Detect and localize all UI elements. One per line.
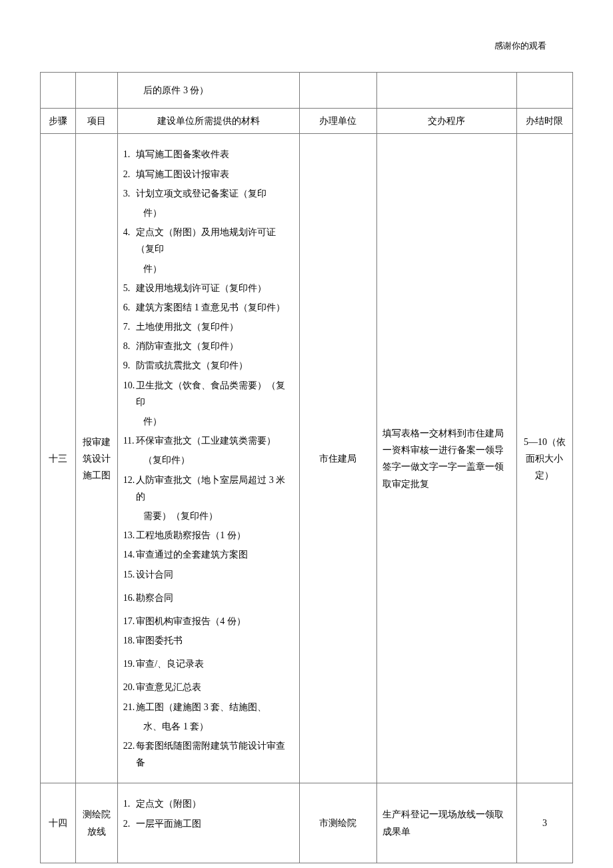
materials-text: 件） xyxy=(143,205,294,221)
cell-procedure xyxy=(376,73,516,109)
col-header-step: 步骤 xyxy=(41,109,76,134)
materials-text: 施工图（建施图 3 套、结施图、 xyxy=(136,699,294,715)
cell-project: 报审建筑设计施工图 xyxy=(75,134,117,783)
materials-text: 计划立项文或登记备案证（复印 xyxy=(136,185,294,202)
materials-text: 建设用地规划许可证（复印件） xyxy=(136,280,294,296)
materials-text: 件） xyxy=(143,260,294,277)
materials-text: 填写施工图备案收件表 xyxy=(136,146,294,163)
cell-project xyxy=(75,73,117,109)
materials-num: 11. xyxy=(123,432,137,449)
cell-procedure: 生产科登记一现场放线一领取成果单 xyxy=(376,783,516,863)
materials-num: 22. xyxy=(123,737,137,771)
cell-agency xyxy=(299,73,376,109)
materials-text: 后的原件 3 份） xyxy=(143,82,294,99)
materials-num: 13. xyxy=(123,527,137,544)
cell-deadline: 5—10（依面积大小定） xyxy=(516,134,572,783)
materials-num: 10. xyxy=(123,377,137,410)
cell-agency: 市住建局 xyxy=(299,134,376,783)
cell-step xyxy=(41,73,76,109)
cell-step: 十三 xyxy=(41,134,76,783)
materials-num: 9. xyxy=(123,357,137,374)
col-header-materials: 建设单位所需提供的材料 xyxy=(117,109,299,134)
materials-num: 2. xyxy=(123,815,137,832)
col-header-agency: 办理单位 xyxy=(299,109,376,134)
materials-num: 19. xyxy=(123,655,137,672)
materials-num: 3. xyxy=(123,185,137,202)
materials-text: 每套图纸随图需附建筑节能设计审查备 xyxy=(136,737,294,771)
materials-text: 审图委托书 xyxy=(136,632,294,649)
materials-num: 8. xyxy=(123,338,137,354)
materials-text: 审查意见汇总表 xyxy=(136,679,294,695)
materials-num: 5. xyxy=(123,280,137,296)
materials-text: 工程地质勘察报告（1 份） xyxy=(136,527,294,544)
materials-num: 16. xyxy=(123,590,137,606)
materials-num: 20. xyxy=(123,679,137,695)
materials-text: （复印件） xyxy=(143,452,294,468)
materials-num: 6. xyxy=(123,299,137,316)
cell-procedure: 填写表格一交材料到市住建局一资料审核一进行备案一领导签字一做文字一字一盖章一领取… xyxy=(376,134,516,783)
cell-materials: 1.填写施工图备案收件表 2.填写施工图设计报审表 3.计划立项文或登记备案证（… xyxy=(117,134,299,783)
process-table: 后的原件 3 份） 步骤 项目 建设单位所需提供的材料 办理单位 交办程序 办结… xyxy=(40,72,573,863)
materials-num: 7. xyxy=(123,318,137,335)
materials-text: 环保审查批文（工业建筑类需要） xyxy=(136,432,294,449)
table-header-row: 步骤 项目 建设单位所需提供的材料 办理单位 交办程序 办结时限 xyxy=(41,109,573,134)
cell-deadline xyxy=(516,73,572,109)
materials-text: 勘察合同 xyxy=(136,590,294,606)
materials-text: 防雷或抗震批文（复印件） xyxy=(136,357,294,374)
cell-deadline: 3 xyxy=(516,783,572,863)
materials-num: 15. xyxy=(123,566,137,583)
materials-text: 填写施工图设计报审表 xyxy=(136,166,294,183)
materials-num: 2. xyxy=(123,166,137,183)
materials-text: 审图机构审查报告（4 份） xyxy=(136,613,294,630)
col-header-deadline: 办结时限 xyxy=(516,109,572,134)
materials-text: 审查通过的全套建筑方案图 xyxy=(136,546,294,563)
materials-num: 14. xyxy=(123,546,137,563)
materials-text: 审查/、良记录表 xyxy=(136,655,294,672)
cell-materials: 1.定点文（附图） 2.一层平面施工图 xyxy=(117,783,299,863)
materials-text: 定点文（附图）及用地规划许可证（复印 xyxy=(136,224,294,257)
materials-num: 18. xyxy=(123,632,137,649)
materials-text: 件） xyxy=(143,413,294,430)
materials-num: 4. xyxy=(123,224,137,257)
materials-text: 土地使用批文（复印件） xyxy=(136,318,294,335)
materials-text: 一层平面施工图 xyxy=(136,815,294,832)
materials-text: 建筑方案图结 1 查意见书（复印件） xyxy=(136,299,294,316)
header-note: 感谢你的观看 xyxy=(40,40,573,52)
table-row: 十三 报审建筑设计施工图 1.填写施工图备案收件表 2.填写施工图设计报审表 3… xyxy=(41,134,573,783)
materials-num: 1. xyxy=(123,795,137,812)
table-row: 十四 测绘院放线 1.定点文（附图） 2.一层平面施工图 市测绘院 生产科登记一… xyxy=(41,783,573,863)
cell-agency: 市测绘院 xyxy=(299,783,376,863)
materials-num: 12. xyxy=(123,472,137,505)
materials-num: 21. xyxy=(123,699,137,715)
col-header-procedure: 交办程序 xyxy=(376,109,516,134)
materials-num: 17. xyxy=(123,613,137,630)
cell-project: 测绘院放线 xyxy=(75,783,117,863)
materials-text: 消防审查批文（复印件） xyxy=(136,338,294,354)
materials-text: 定点文（附图） xyxy=(136,795,294,812)
materials-text: 卫生批文（饮食、食品类需要）（复印 xyxy=(136,377,294,410)
materials-text: 设计合同 xyxy=(136,566,294,583)
table-row: 后的原件 3 份） xyxy=(41,73,573,109)
col-header-project: 项目 xyxy=(75,109,117,134)
cell-step: 十四 xyxy=(41,783,76,863)
materials-text: 人防审查批文（地卜室层局超过 3 米的 xyxy=(136,472,294,505)
materials-num: 1. xyxy=(123,146,137,163)
materials-text: 水、电各 1 套） xyxy=(143,718,294,735)
cell-materials: 后的原件 3 份） xyxy=(117,73,299,109)
materials-text: 需要）（复印件） xyxy=(143,508,294,524)
